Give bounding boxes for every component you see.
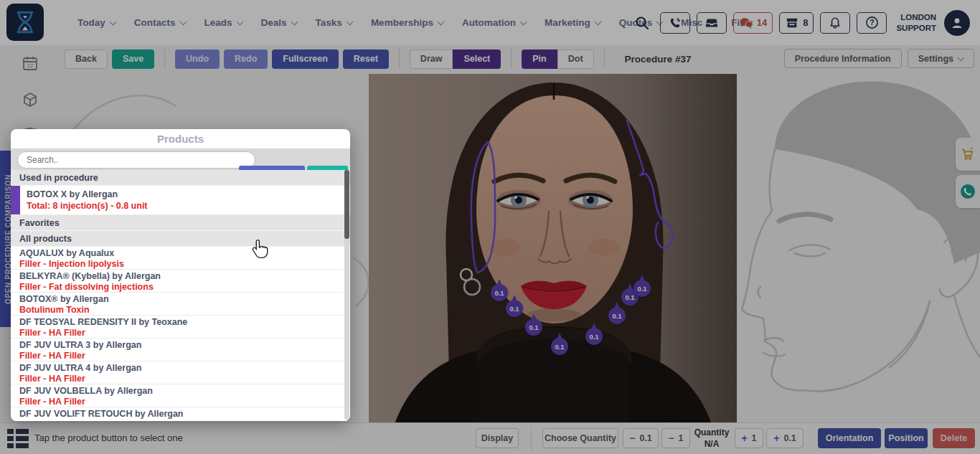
product-grid-icon[interactable] [7,429,29,448]
menu-item-tasks[interactable]: Tasks [316,17,352,28]
injection-pin[interactable]: 0.1 [633,280,651,297]
bottom-action-bar: Tap the product button to select one Dis… [0,422,980,454]
hourglass-logo-icon [14,10,36,34]
pin-button[interactable]: Pin [522,49,557,69]
position-button[interactable]: Position [885,428,928,448]
injection-pin[interactable]: 0.1 [506,300,523,317]
background-sketch-profile [739,72,980,423]
injection-pin[interactable]: 0.1 [608,307,626,324]
chevron-down-icon [346,18,353,25]
plus-one-button[interactable]: + 1 [735,428,763,448]
popup-search-strip [11,148,350,170]
product-list-item[interactable]: DF JUV ULTRA 4 by AllerganFiller - HA Fi… [11,361,350,384]
injection-pin[interactable]: 0.1 [585,328,603,345]
procedure-toolbar: Back Save Undo Redo Fullscreen Reset Dra… [0,47,980,70]
dot-button[interactable]: Dot [557,49,594,69]
toolbar-separator [511,49,512,69]
question-mark-icon: ? [865,16,879,29]
call-float-button[interactable] [956,175,980,208]
cart-float-button[interactable] [956,138,980,171]
user-avatar[interactable] [944,10,970,36]
product-list: AQUALUX by AqualuxFiller - Injection lip… [11,247,350,421]
section-used-in-procedure: Used in procedure [11,170,350,186]
injection-pin[interactable]: 0.1 [525,318,542,336]
save-button[interactable]: Save [112,49,154,69]
search-icon[interactable] [635,16,649,30]
product-list-item[interactable]: DF TEOSYAL REDENSITY II by TeoxaneFiller… [11,316,350,339]
menu-item-deals[interactable]: Deals [261,17,297,28]
popup-scrollbar-thumb[interactable] [344,170,349,239]
menu-item-leads[interactable]: Leads [204,17,242,28]
menu-item-marketing[interactable]: Marketing [545,17,600,28]
store-badge: 8 [803,17,808,28]
used-product-accent [11,186,20,214]
notifications-button[interactable] [820,12,850,34]
choose-quantity-button[interactable]: Choose Quantity [542,428,618,448]
display-button[interactable]: Display [476,428,519,448]
quantity-display: Quantity N/A [692,427,732,450]
used-product-item[interactable]: BOTOX X by Allergan Total: 8 injection(s… [11,186,350,215]
toolbar-separator [164,49,165,69]
product-list-item[interactable]: AQUALUX by AqualuxFiller - Injection lip… [11,247,350,270]
phone-icon [669,16,682,29]
delete-button[interactable]: Delete [933,428,975,448]
accent-bar-teal [307,166,348,170]
minus-one-button[interactable]: − 1 [661,428,690,448]
plus-icon: + [773,432,779,444]
back-button[interactable]: Back [65,49,108,69]
help-button[interactable]: ? [857,12,887,34]
search-input[interactable] [17,151,255,169]
bottombar-separator [531,426,532,450]
product-list-item[interactable]: DF JUV VOLBELLA by AllerganFiller - HA F… [11,384,350,407]
store-icon [785,16,799,29]
product-list-item[interactable]: BELKYRA® (Kybella) by AllerganFiller - F… [11,270,350,293]
fullscreen-button[interactable]: Fullscreen [272,49,339,69]
redo-button[interactable]: Redo [224,49,268,69]
product-list-item[interactable]: DF JUV VOLIFT RETOUCH by AllerganFiller … [11,407,350,421]
procedure-information-button[interactable]: Procedure Information [784,49,902,68]
injection-pin[interactable]: 0.1 [551,338,568,355]
injection-pin[interactable]: 0.1 [491,284,508,301]
plus-small-button[interactable]: + 0.1 [766,428,804,448]
chat-button[interactable]: 14 [733,12,773,34]
inbox-icon [705,16,719,29]
bottom-hint-text: Tap the product button to select one [34,432,183,443]
user-location-label: LONDON SUPPORT [896,12,936,33]
chevron-down-icon [179,18,187,25]
chevron-down-icon [594,18,601,25]
undo-button[interactable]: Undo [175,49,220,69]
chevron-down-icon [236,18,243,25]
product-list-item[interactable]: BOTOX® by AllerganBotulinum Toxin [11,293,350,316]
accent-bar-purple [239,166,305,170]
top-navigation-bar: TodayContactsLeadsDealsTasksMembershipsA… [0,0,980,45]
person-icon [950,16,964,30]
cart-icon [961,147,975,161]
reset-button[interactable]: Reset [343,49,389,69]
menu-item-automation[interactable]: Automation [462,17,526,28]
settings-button[interactable]: Settings [908,49,974,68]
app-logo[interactable] [6,4,44,41]
draw-button[interactable]: Draw [410,49,453,69]
orientation-button[interactable]: Orientation [818,428,881,448]
section-all-products[interactable]: All products [11,231,350,247]
store-button[interactable]: 8 [779,12,814,34]
chevron-down-icon [958,54,965,61]
minus-small-button[interactable]: − 0.1 [623,428,659,448]
menu-item-contacts[interactable]: Contacts [134,17,186,28]
menu-item-memberships[interactable]: Memberships [371,17,443,28]
product-list-item[interactable]: DF JUV ULTRA 3 by AllerganFiller - HA Fi… [11,339,350,361]
phone-button[interactable] [660,12,690,34]
drawn-annotation-lines [369,74,737,424]
patient-photo[interactable]: 0.10.10.10.10.10.10.10.1 [369,74,737,424]
sidebar-cube-icon[interactable] [22,91,39,108]
procedure-title: Procedure #37 [625,54,692,65]
chevron-down-icon [291,18,298,25]
minus-icon: − [668,432,674,444]
select-button[interactable]: Select [453,49,501,69]
inbox-button[interactable] [697,12,727,34]
chevron-down-icon [109,18,116,25]
draw-select-toggle: Draw Select [410,49,501,69]
section-favorites[interactable]: Favorites [11,215,350,231]
chat-bubbles-icon [739,16,753,29]
menu-item-today[interactable]: Today [77,17,116,28]
